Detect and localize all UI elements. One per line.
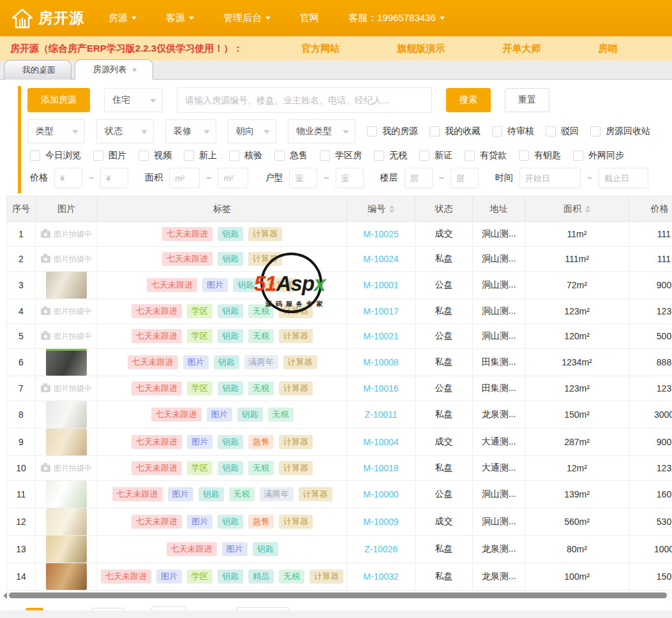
range-input-to[interactable] — [599, 168, 648, 188]
filter-checkbox[interactable]: 外网同步 — [573, 150, 624, 161]
range-input-to[interactable] — [218, 168, 248, 188]
filter-checkbox[interactable]: 新上 — [184, 150, 217, 161]
filter-select[interactable]: 装修 — [165, 119, 216, 143]
listing-thumbnail[interactable] — [46, 508, 87, 535]
table-row[interactable]: 8七天未跟进图片钥匙无税Z-10011私盘龙泉测...150m²3000 — [7, 401, 672, 429]
checkbox-box[interactable] — [519, 151, 529, 161]
listing-thumbnail[interactable] — [46, 272, 87, 298]
top-menu-item[interactable]: 客服：19965783436 — [348, 12, 445, 24]
filter-checkbox[interactable]: 我的房源 — [367, 126, 418, 137]
add-listing-button[interactable]: 添加房源 — [27, 88, 90, 112]
listing-thumbnail[interactable] — [46, 481, 87, 508]
checkbox-box[interactable] — [590, 126, 601, 136]
checkbox-box[interactable] — [138, 151, 149, 161]
brand-logo[interactable]: 房开源 — [11, 8, 84, 29]
category-select[interactable]: 住宅 — [104, 88, 163, 112]
filter-select[interactable]: 朝向 — [228, 119, 276, 143]
notice-link[interactable]: 官方网站 — [301, 43, 340, 55]
notice-link[interactable]: 旗舰版演示 — [397, 43, 445, 55]
filter-select[interactable]: 状态 — [96, 119, 154, 143]
top-menu-item[interactable]: 管理后台 — [223, 12, 271, 24]
checkbox-box[interactable] — [465, 151, 475, 161]
top-menu-item[interactable]: 客源 — [166, 12, 194, 24]
range-input-from[interactable] — [54, 168, 82, 188]
table-row[interactable]: 6七天未跟进图片钥匙满两年计算器M-10008私盘田集测...1234m²888 — [7, 349, 672, 376]
checkbox-box[interactable] — [274, 151, 285, 161]
filter-checkbox[interactable]: 待审核 — [492, 126, 534, 137]
checkbox-box[interactable] — [492, 126, 502, 136]
filter-select[interactable]: 物业类型 — [288, 119, 355, 143]
filter-checkbox[interactable]: 图片 — [93, 150, 126, 161]
listing-code-link[interactable]: Z-10026 — [364, 544, 398, 554]
reset-button[interactable]: 重置 — [505, 88, 549, 112]
filter-checkbox[interactable]: 有贷款 — [465, 150, 507, 161]
table-row[interactable]: 2图片拍摄中七天未跟进钥匙计算器M-10024私盘洞山测...111m²111 — [7, 247, 672, 272]
listing-code-link[interactable]: M-10025 — [363, 229, 398, 239]
filter-checkbox[interactable]: 学区房 — [320, 150, 362, 161]
range-input-to[interactable] — [336, 168, 364, 188]
table-row[interactable]: 9七天未跟进图片钥匙急售计算器M-10004成交大通测...287m²900 — [7, 429, 672, 456]
checkbox-box[interactable] — [320, 151, 330, 161]
checkbox-box[interactable] — [229, 151, 239, 161]
filter-checkbox[interactable]: 新证 — [419, 150, 452, 161]
table-row[interactable]: 4图片拍摄中七天未跟进学区钥匙无税计算器M-10017私盘洞山测...123m²… — [7, 299, 672, 324]
listing-code-link[interactable]: M-10024 — [363, 254, 398, 264]
table-row[interactable]: 12七天未跟进图片钥匙急售计算器M-10009成交洞山测...560m²530 — [7, 508, 672, 536]
listing-code-link[interactable]: M-10016 — [363, 383, 398, 394]
checkbox-box[interactable] — [546, 126, 556, 136]
filter-select[interactable]: 类型 — [27, 119, 85, 143]
listing-code-link[interactable]: M-10018 — [363, 463, 398, 473]
table-row[interactable]: 7图片拍摄中七天未跟进学区钥匙无税计算器M-10016公盘田集测...123m²… — [7, 376, 672, 401]
horizontal-scrollbar[interactable] — [1, 591, 671, 600]
checkbox-box[interactable] — [374, 151, 384, 161]
checkbox-box[interactable] — [30, 151, 40, 161]
listing-code-link[interactable]: M-10009 — [363, 517, 398, 527]
listing-thumbnail[interactable] — [46, 563, 87, 590]
listing-code-link[interactable]: M-10000 — [363, 489, 398, 499]
notice-link[interactable]: 房哨 — [598, 43, 617, 55]
search-button[interactable]: 搜索 — [446, 88, 491, 112]
range-input-from[interactable] — [405, 168, 433, 188]
filter-checkbox[interactable]: 视频 — [138, 150, 172, 161]
listing-code-link[interactable]: M-10001 — [363, 280, 398, 290]
checkbox-box[interactable] — [419, 151, 429, 161]
filter-checkbox[interactable]: 驳回 — [546, 126, 579, 137]
table-row[interactable]: 1图片拍摄中七天未跟进钥匙计算器M-10025成交洞山测...11m²111 — [7, 222, 672, 247]
column-header[interactable]: 价格 — [629, 196, 672, 222]
filter-checkbox[interactable]: 今日浏览 — [30, 150, 81, 161]
table-row[interactable]: 13七天未跟进图片钥匙Z-10026私盘龙泉测...80m²1000 — [7, 536, 672, 563]
listing-code-link[interactable]: M-10008 — [363, 357, 398, 367]
listing-code-link[interactable]: M-10004 — [363, 437, 398, 447]
filter-checkbox[interactable]: 无税 — [374, 150, 407, 161]
checkbox-box[interactable] — [184, 151, 194, 161]
range-input-to[interactable] — [100, 168, 128, 188]
scrollbar-thumb[interactable] — [9, 592, 667, 598]
table-row[interactable]: 10图片拍摄中七天未跟进学区钥匙无税计算器M-10018私盘大通测...12m²… — [7, 456, 672, 481]
sort-icon[interactable] — [585, 205, 590, 213]
listing-code-link[interactable]: M-10021 — [363, 331, 398, 341]
tab-inactive[interactable]: 我的桌面 — [4, 60, 71, 80]
filter-checkbox[interactable]: 急售 — [274, 150, 308, 161]
range-input-from[interactable] — [289, 168, 317, 188]
column-header[interactable]: 编号 — [347, 196, 415, 222]
checkbox-box[interactable] — [93, 151, 103, 161]
filter-checkbox[interactable]: 核验 — [229, 150, 262, 161]
range-input-to[interactable] — [451, 168, 479, 188]
listing-code-link[interactable]: Z-10011 — [364, 409, 397, 420]
sort-icon[interactable] — [389, 205, 394, 213]
table-row[interactable]: 3七天未跟进图片钥匙计算器M-10001公盘洞山测...72m²900 — [7, 272, 672, 299]
listing-thumbnail[interactable] — [46, 349, 87, 376]
checkbox-box[interactable] — [573, 151, 583, 161]
range-input-from[interactable] — [519, 168, 581, 188]
top-menu-item[interactable]: 房源 — [108, 12, 137, 24]
checkbox-box[interactable] — [429, 126, 440, 136]
table-row[interactable]: 5图片拍摄中七天未跟进学区钥匙无税计算器M-10021公盘洞山测...120m²… — [7, 324, 672, 349]
checkbox-box[interactable] — [367, 126, 377, 136]
range-input-from[interactable] — [169, 168, 200, 188]
top-menu-item[interactable]: 官网 — [300, 12, 319, 24]
table-row[interactable]: 14七天未跟进图片学区钥匙精品无税计算器M-10032私盘龙泉测...100m²… — [7, 563, 672, 591]
listing-code-link[interactable]: M-10032 — [363, 571, 398, 582]
column-header[interactable]: 面积 — [525, 196, 629, 222]
table-row[interactable]: 11七天未跟进图片钥匙无税满两年计算器M-10000公盘洞山测...139m²1… — [7, 481, 672, 508]
listing-thumbnail[interactable] — [46, 429, 87, 455]
